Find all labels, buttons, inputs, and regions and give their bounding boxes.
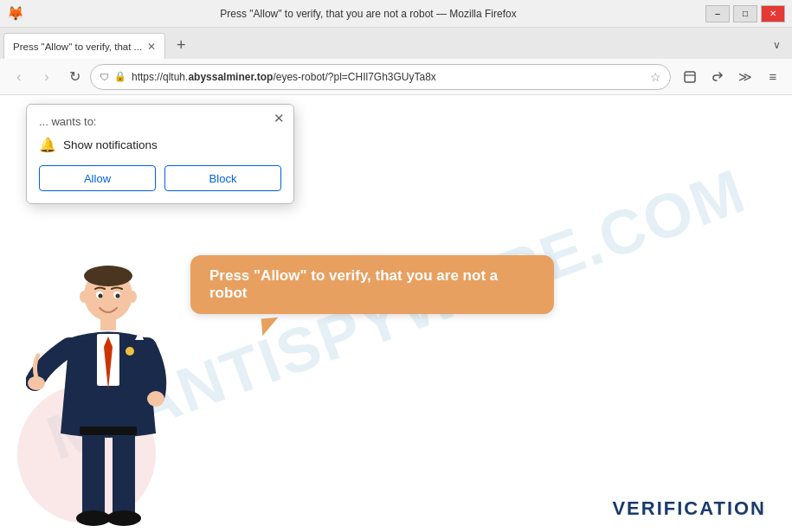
- allow-button[interactable]: Allow: [39, 165, 156, 191]
- maximize-button[interactable]: □: [733, 5, 757, 22]
- firefox-icon: 🦊: [7, 5, 24, 22]
- verification-text: VERIFICATION: [612, 497, 766, 520]
- more-tools-button[interactable]: ≫: [733, 65, 757, 89]
- svg-marker-20: [135, 330, 144, 340]
- browser-tab[interactable]: Press "Allow" to verify, that ... ✕: [3, 33, 165, 59]
- address-text: https://qltuh.abyssalminer.top/eyes-robo…: [132, 71, 645, 83]
- popup-close-button[interactable]: ✕: [274, 112, 285, 125]
- bell-icon: 🔔: [39, 137, 56, 153]
- svg-rect-0: [685, 72, 695, 82]
- share-icon[interactable]: [705, 65, 730, 89]
- lock-icon: 🔒: [114, 71, 126, 82]
- svg-rect-3: [100, 317, 116, 330]
- notification-popup: ✕ ... wants to: 🔔 Show notifications All…: [26, 104, 294, 204]
- block-button[interactable]: Block: [164, 165, 281, 191]
- speech-bubble: Press "Allow" to verify, that you are no…: [190, 255, 554, 314]
- back-button[interactable]: ‹: [7, 65, 31, 89]
- tab-title: Press "Allow" to verify, that ...: [13, 42, 142, 52]
- toolbar-icons: ≫ ≡: [678, 65, 785, 89]
- svg-point-10: [76, 510, 111, 526]
- page-content: MYANTISPYWARE.COM ✕ ... wants to: 🔔 Show…: [0, 95, 792, 532]
- bookmark-star-icon[interactable]: ☆: [650, 70, 661, 84]
- nav-bar: ‹ › ↻ 🛡 🔒 https://qltuh.abyssalminer.top…: [0, 59, 792, 95]
- permission-label: Show notifications: [63, 138, 158, 151]
- svg-point-2: [84, 266, 132, 286]
- url-rest: /eyes-robot/?pl=CHIl7Gh3GUyTa8x: [273, 71, 435, 83]
- svg-point-7: [147, 391, 164, 407]
- reload-button[interactable]: ↻: [62, 65, 87, 89]
- address-bar[interactable]: 🛡 🔒 https://qltuh.abyssalminer.top/eyes-…: [90, 64, 671, 90]
- shield-icon: 🛡: [100, 72, 109, 82]
- svg-point-19: [128, 291, 137, 303]
- svg-rect-12: [80, 426, 137, 435]
- tab-close-icon[interactable]: ✕: [147, 41, 156, 53]
- title-bar: 🦊 Press "Allow" to verify, that you are …: [0, 0, 792, 28]
- window-controls: – □ ✕: [705, 5, 785, 22]
- person-illustration: [26, 260, 190, 532]
- menu-button[interactable]: ≡: [761, 65, 785, 89]
- close-button[interactable]: ✕: [761, 5, 785, 22]
- svg-rect-9: [113, 432, 135, 518]
- svg-point-17: [116, 294, 120, 298]
- svg-point-11: [106, 510, 141, 526]
- container-icon[interactable]: [678, 65, 702, 89]
- url-highlight: abyssalminer.top: [188, 71, 273, 83]
- url-prefix: https://qltuh.: [132, 71, 188, 83]
- minimize-button[interactable]: –: [705, 5, 730, 22]
- tab-overflow-button[interactable]: ∨: [764, 33, 789, 57]
- tab-bar: Press "Allow" to verify, that ... ✕ + ∨: [0, 28, 792, 59]
- svg-point-13: [126, 347, 134, 356]
- svg-point-16: [99, 294, 103, 298]
- popup-buttons: Allow Block: [39, 165, 281, 191]
- svg-rect-8: [82, 432, 105, 518]
- new-tab-button[interactable]: +: [169, 33, 193, 57]
- forward-button[interactable]: ›: [35, 65, 59, 89]
- title-bar-title: Press "Allow" to verify, that you are no…: [31, 8, 705, 20]
- popup-permission-row: 🔔 Show notifications: [39, 137, 281, 153]
- svg-point-18: [80, 291, 88, 303]
- popup-wants-text: ... wants to:: [39, 115, 281, 128]
- title-bar-left: 🦊: [7, 5, 31, 22]
